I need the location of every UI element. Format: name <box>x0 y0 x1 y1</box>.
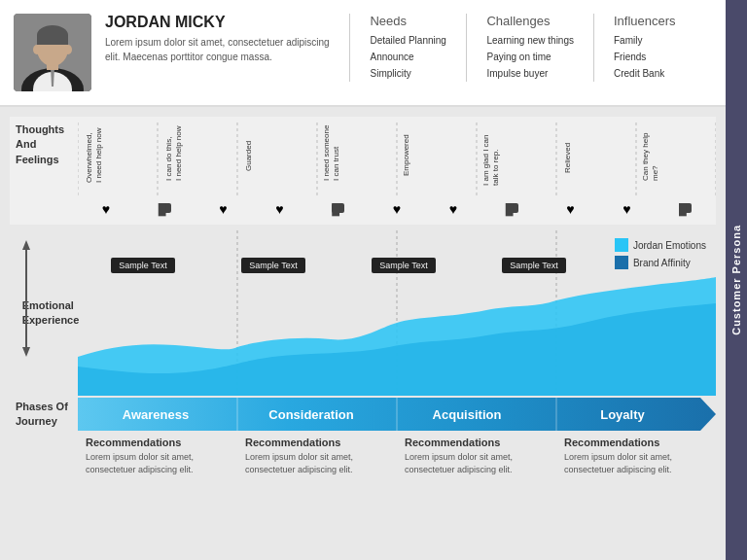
vertical-arrow-svg <box>19 240 33 357</box>
rec-title-2: Recommendations <box>405 437 549 448</box>
emotion-icon-9: ♥ <box>622 201 630 217</box>
rec-text-2: Lorem ipsum dolor sit amet, consectetuer… <box>405 451 549 475</box>
phases-arrow-container: Awareness Consideration Acquisition Loya… <box>78 398 716 431</box>
svg-text:me?: me? <box>651 165 659 181</box>
rec-text-1: Lorem ipsum dolor sit amet, consectetuer… <box>245 451 389 475</box>
emotion-icon-10: █ <box>679 203 692 213</box>
side-tab: Customer Persona <box>726 0 747 560</box>
header-name: JORDAN MICKY <box>105 14 336 31</box>
emotional-chart: Jordan Emotions Brand Affinity Sample Te… <box>78 230 716 396</box>
emotional-section: Emotional Experience Jordan Emotions Bra… <box>10 230 716 396</box>
header-section: JORDAN MICKY Lorem ipsum dolor sit amet,… <box>0 0 726 107</box>
phase-consideration: Consideration <box>233 398 389 431</box>
needs-item-1: Announce <box>370 49 446 65</box>
svg-text:Empowered: Empowered <box>402 134 410 176</box>
emotional-label-col: Emotional Experience <box>10 230 78 396</box>
phases-section: Phases Of Journey Awaren <box>10 398 716 431</box>
legend-jordan-label: Jordan Emotions <box>633 240 706 251</box>
emotion-icon-2: ♥ <box>219 201 227 217</box>
phases-labels-row: Awareness Consideration Acquisition Loya… <box>78 398 716 431</box>
rec-title-3: Recommendations <box>564 437 708 448</box>
rec-cell-2: Recommendations Lorem ipsum dolor sit am… <box>397 431 556 481</box>
thoughts-timeline: Overwhelmed, I need help now I can do th… <box>78 122 716 219</box>
header-columns: Needs Detailed Planning Announce Simplic… <box>349 14 710 82</box>
svg-marker-32 <box>22 240 30 250</box>
legend-brand-label: Brand Affinity <box>633 258 691 268</box>
phase-acquisition: Acquisition <box>389 398 545 431</box>
needs-item-2: Simplicity <box>370 65 446 82</box>
emotion-icon-6: ♥ <box>449 201 457 217</box>
emotion-icon-8: ♥ <box>566 201 574 217</box>
influencers-item-1: Friends <box>614 49 691 65</box>
challenges-column: Challenges Learning new things Paying on… <box>466 14 593 82</box>
sample-labels: Sample Text Sample Text Sample Text Samp… <box>78 258 599 273</box>
avatar <box>14 14 91 91</box>
rec-text-3: Lorem ipsum dolor sit amet, consectetuer… <box>564 451 708 475</box>
emotion-icon-5: ♥ <box>393 201 401 217</box>
svg-rect-33 <box>25 250 27 347</box>
legend-jordan: Jordan Emotions <box>615 238 706 252</box>
thoughts-svg: Overwhelmed, I need help now I can do th… <box>78 122 716 195</box>
emotion-icons-row: ♥ █ ♥ ♥ █ ♥ ♥ █ ♥ ♥ █ <box>78 199 716 219</box>
thoughts-section: Thoughts And Feelings Overwhelmed, I nee… <box>10 117 716 225</box>
svg-text:I am glad I can: I am glad I can <box>481 135 490 186</box>
svg-text:Overwhelmed,: Overwhelmed, <box>85 132 93 183</box>
influencers-item-0: Family <box>614 32 691 49</box>
svg-point-8 <box>33 45 41 54</box>
rec-cell-3: Recommendations Lorem ipsum dolor sit am… <box>556 431 716 481</box>
side-tab-label: Customer Persona <box>730 225 742 335</box>
sample-label-0: Sample Text <box>111 258 174 273</box>
svg-text:talk to rep.: talk to rep. <box>491 150 500 186</box>
needs-item-0: Detailed Planning <box>370 32 446 49</box>
challenges-item-1: Paying on time <box>486 49 574 65</box>
sample-label-2: Sample Text <box>372 258 435 273</box>
phase-loyalty: Loyalty <box>545 398 716 431</box>
header-description: Lorem ipsum dolor sit amet, consectetuer… <box>105 35 336 64</box>
influencers-column: Influencers Family Friends Credit Bank <box>593 14 710 82</box>
needs-column: Needs Detailed Planning Announce Simplic… <box>349 14 466 82</box>
legend-brand-color <box>615 256 628 269</box>
challenges-title: Challenges <box>486 14 574 28</box>
legend-jordan-color <box>615 238 628 252</box>
header-info: JORDAN MICKY Lorem ipsum dolor sit amet,… <box>105 14 336 64</box>
influencers-item-2: Credit Bank <box>614 65 691 82</box>
phases-label: Phases Of Journey <box>10 400 78 430</box>
emotion-icon-1: █ <box>159 203 171 213</box>
svg-text:Can they help: Can they help <box>641 132 650 181</box>
chart-legend: Jordan Emotions Brand Affinity <box>615 238 706 269</box>
svg-text:I can trust: I can trust <box>332 146 340 181</box>
challenges-item-2: Impulse buyer <box>486 65 574 82</box>
challenges-item-0: Learning new things <box>486 32 574 49</box>
rec-title-0: Recommendations <box>86 437 230 448</box>
main-content: Thoughts And Feelings Overwhelmed, I nee… <box>0 107 726 481</box>
svg-text:I need someone: I need someone <box>322 124 331 181</box>
svg-text:I can do this,: I can do this, <box>164 137 173 181</box>
needs-title: Needs <box>370 14 446 28</box>
sample-label-3: Sample Text <box>502 258 565 273</box>
influencers-title: Influencers <box>614 14 691 28</box>
emotion-icon-0: ♥ <box>102 201 110 217</box>
svg-text:Guarded: Guarded <box>244 141 253 171</box>
svg-text:I need help now: I need help now <box>94 127 103 183</box>
emotion-icon-4: █ <box>332 203 344 213</box>
legend-brand: Brand Affinity <box>615 256 706 269</box>
emotion-icon-3: ♥ <box>275 201 283 217</box>
phase-awareness: Awareness <box>78 398 233 431</box>
emotion-icon-7: █ <box>506 203 518 213</box>
sample-label-1: Sample Text <box>241 258 304 273</box>
svg-text:I need help now: I need help now <box>174 125 183 181</box>
rec-cell-1: Recommendations Lorem ipsum dolor sit am… <box>237 431 397 481</box>
svg-rect-7 <box>37 35 68 45</box>
svg-marker-34 <box>22 347 30 357</box>
svg-point-9 <box>64 45 72 54</box>
rec-title-1: Recommendations <box>245 437 389 448</box>
rec-text-0: Lorem ipsum dolor sit amet, consectetuer… <box>86 451 230 475</box>
svg-text:Relieved: Relieved <box>563 143 572 173</box>
recommendations-row: Recommendations Lorem ipsum dolor sit am… <box>78 431 716 481</box>
rec-cell-0: Recommendations Lorem ipsum dolor sit am… <box>78 431 237 481</box>
thoughts-label: Thoughts And Feelings <box>10 122 78 167</box>
